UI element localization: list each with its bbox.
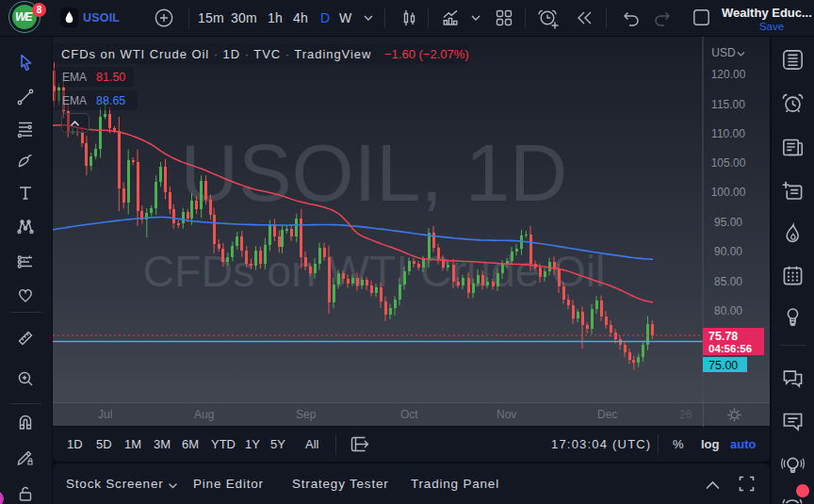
svg-text:110.00: 110.00 (711, 127, 745, 140)
svg-text:USD: USD (711, 46, 736, 59)
svg-text:85.00: 85.00 (714, 275, 742, 288)
svg-text:105.00: 105.00 (711, 156, 746, 170)
svg-text:USOIL, 1D: USOIL, 1D (181, 128, 568, 218)
svg-text:95.00: 95.00 (714, 216, 742, 229)
svg-text:75.78: 75.78 (708, 330, 738, 343)
svg-text:115.00: 115.00 (711, 98, 745, 111)
svg-text:80.00: 80.00 (714, 304, 742, 317)
svg-text:75.00: 75.00 (708, 359, 738, 372)
svg-text:120.00: 120.00 (711, 68, 746, 81)
svg-text:CFDs on WTI Crude Oil: CFDs on WTI Crude Oil (143, 247, 606, 296)
svg-text:04:56:56: 04:56:56 (708, 343, 752, 354)
svg-text:100.00: 100.00 (711, 186, 746, 199)
svg-text:90.00: 90.00 (714, 245, 742, 258)
